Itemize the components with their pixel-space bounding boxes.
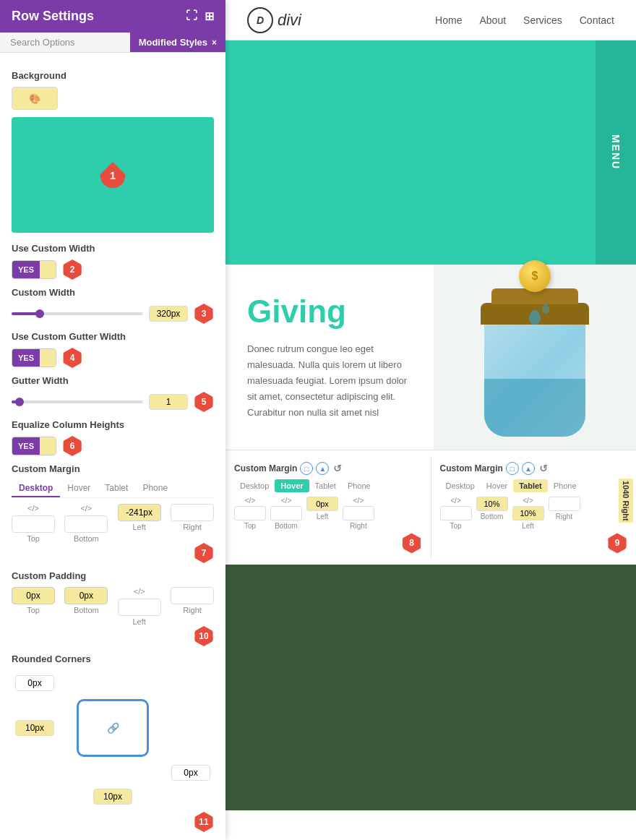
margin-left-input[interactable]	[118, 504, 161, 521]
padding-left-input[interactable]	[118, 599, 161, 616]
jar-illustration: $	[434, 265, 636, 450]
margin-right-input[interactable]	[171, 504, 214, 521]
padding-right-label: Right	[183, 606, 202, 614]
gutter-thumb[interactable]	[15, 398, 24, 406]
far-right-label: Right	[556, 513, 572, 520]
site-logo: D divi	[247, 7, 301, 33]
mid-bottom-input[interactable]	[270, 506, 302, 520]
far-right-input[interactable]	[549, 497, 580, 511]
corner-top-right-input[interactable]	[15, 720, 54, 736]
link-icon: 🔗	[107, 722, 119, 734]
far-margin-arrow-icon[interactable]: ▲	[522, 462, 535, 475]
far-top-input[interactable]	[440, 506, 472, 520]
search-options-tab[interactable]: Search Options	[0, 37, 130, 48]
color-preview: 1	[12, 117, 214, 233]
step-badge-8: 8	[402, 533, 422, 553]
margin-top-input[interactable]	[12, 515, 55, 533]
nav-home[interactable]: Home	[435, 14, 462, 26]
mid-left-field: Left	[306, 497, 338, 530]
margin-tab-desktop[interactable]: Desktop	[12, 480, 60, 497]
margin-tab-tablet[interactable]: Tablet	[98, 480, 135, 497]
far-tab-desktop[interactable]: Desktop	[440, 479, 481, 492]
far-tab-phone[interactable]: Phone	[548, 479, 583, 492]
margin-bottom-input[interactable]	[64, 515, 108, 533]
slider-thumb[interactable]	[35, 309, 44, 318]
far-tab-hover[interactable]: Hover	[481, 479, 513, 492]
use-custom-gutter-toggle[interactable]: YES	[12, 348, 56, 367]
middle-device-tabs: Desktop Hover Tablet Phone	[234, 479, 422, 492]
step-badge-3: 3	[194, 304, 214, 324]
step-badge-5: 5	[194, 392, 214, 412]
modified-styles-tab[interactable]: Modified Styles ×	[130, 33, 225, 52]
toggle-no	[40, 261, 56, 278]
middle-margin-inputs: </> Top </> Bottom Left </> Right	[234, 497, 422, 530]
far-margin-inputs: </> Top Bottom </> Left Right	[440, 497, 628, 530]
mid-bottom-field: </> Bottom	[270, 497, 302, 530]
mid-tab-desktop[interactable]: Desktop	[234, 479, 275, 492]
step-badge-1: 1	[100, 162, 126, 188]
corner-top-left-input[interactable]	[15, 675, 54, 691]
mid-left-input[interactable]	[306, 497, 338, 511]
grid-icon[interactable]: ⊞	[205, 9, 214, 23]
equalize-yes[interactable]: YES	[12, 437, 40, 455]
gutter-toggle-yes[interactable]: YES	[12, 349, 40, 367]
logo-text: divi	[278, 11, 301, 30]
margin-device-icon[interactable]: □	[300, 462, 313, 475]
site-navbar: D divi Home About Services Contact	[225, 0, 636, 40]
padding-top-input[interactable]	[12, 587, 55, 604]
margin-panels-row: Custom Margin □ ▲ ↺ Desktop Hover Tablet…	[225, 450, 636, 565]
fullscreen-icon[interactable]: ⛶	[186, 9, 197, 23]
background-swatch[interactable]: 🎨	[12, 87, 58, 110]
step-badge-6: 6	[62, 436, 82, 456]
jar-drop	[529, 310, 541, 325]
mid-tab-phone[interactable]: Phone	[342, 479, 377, 492]
padding-bottom-input[interactable]	[64, 587, 108, 604]
far-margin-reset-btn[interactable]: ↺	[539, 463, 548, 474]
equalize-toggle[interactable]: YES	[12, 437, 56, 455]
use-custom-width-label: Use Custom Width	[12, 243, 214, 254]
far-bottom-field: Bottom	[476, 497, 508, 530]
jar-coin: $	[519, 260, 551, 292]
use-custom-width-toggle[interactable]: YES	[12, 260, 56, 279]
1040-right-label: 1040 Right	[619, 479, 633, 523]
rounded-corners-label: Rounded Corners	[12, 653, 214, 664]
margin-right-label: Right	[183, 523, 202, 531]
middle-margin-panel: Custom Margin □ ▲ ↺ Desktop Hover Tablet…	[225, 456, 431, 559]
nav-links: Home About Services Contact	[435, 14, 614, 26]
margin-bottom-field: </> Bottom	[64, 504, 108, 543]
far-left-input[interactable]	[512, 506, 544, 520]
margin-tab-phone[interactable]: Phone	[135, 480, 175, 497]
far-right-field: Right	[549, 497, 580, 530]
margin-device-tabs: Desktop Hover Tablet Phone	[12, 480, 214, 498]
margin-reset-btn[interactable]: ↺	[333, 463, 342, 474]
nav-contact[interactable]: Contact	[580, 14, 614, 26]
margin-tab-hover[interactable]: Hover	[60, 480, 98, 497]
margin-arrow-icon[interactable]: ▲	[316, 462, 329, 475]
far-margin-panel: Custom Margin □ ▲ ↺ Desktop Hover Tablet…	[431, 456, 637, 559]
mid-right-input[interactable]	[343, 506, 374, 520]
padding-top-field: Top	[12, 587, 55, 626]
nav-services[interactable]: Services	[523, 14, 562, 26]
background-label: Background	[12, 70, 214, 81]
far-left-field: </> Left	[512, 497, 544, 530]
middle-margin-title: Custom Margin □ ▲ ↺	[234, 462, 422, 475]
corner-bottom-right-input[interactable]	[93, 789, 132, 805]
custom-width-label: Custom Width	[12, 287, 214, 298]
far-left-label: Left	[522, 522, 534, 530]
far-tab-tablet[interactable]: Tablet	[513, 479, 548, 492]
gutter-width-value[interactable]: 1	[149, 394, 188, 410]
step-badge-9: 9	[607, 533, 627, 553]
mid-tab-hover[interactable]: Hover	[275, 479, 309, 492]
toggle-yes[interactable]: YES	[12, 261, 40, 278]
far-bottom-input[interactable]	[476, 497, 508, 511]
custom-width-value[interactable]: 320px	[149, 306, 188, 322]
corner-bottom-left-input[interactable]	[171, 765, 210, 781]
far-margin-device-icon[interactable]: □	[506, 462, 519, 475]
margin-bottom-label: Bottom	[74, 534, 99, 543]
mid-tab-tablet[interactable]: Tablet	[309, 479, 342, 492]
mid-top-input[interactable]	[234, 506, 266, 520]
close-tab-icon[interactable]: ×	[212, 38, 217, 48]
panel-tabs: Search Options Modified Styles ×	[0, 33, 225, 53]
padding-right-input[interactable]	[171, 587, 214, 604]
nav-about[interactable]: About	[479, 14, 506, 26]
